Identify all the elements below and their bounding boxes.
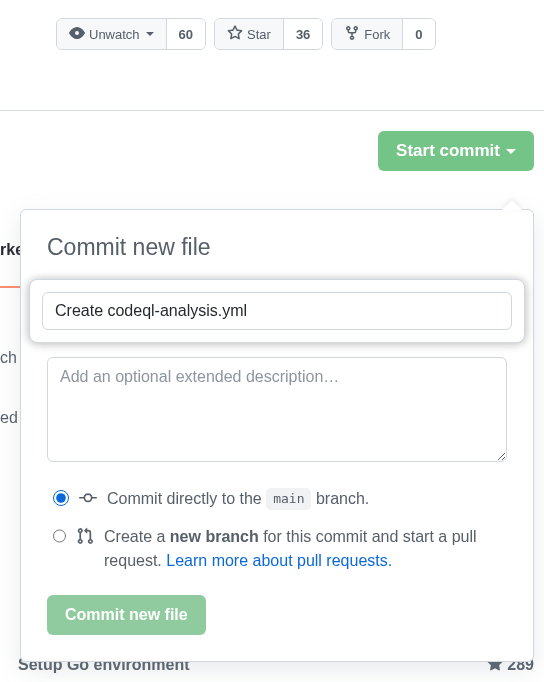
radio-direct-label: Commit directly to the main branch. (107, 487, 369, 511)
star-icon (227, 25, 243, 44)
star-count[interactable]: 36 (283, 19, 322, 49)
star-button[interactable]: Star (215, 19, 283, 49)
commit-file-button[interactable]: Commit new file (47, 595, 206, 635)
popover-arrow (502, 200, 522, 210)
learn-more-link[interactable]: Learn more about pull requests. (166, 552, 392, 569)
eye-icon (69, 25, 85, 44)
fork-count[interactable]: 0 (402, 19, 434, 49)
radio-new-branch-label: Create a new branch for this commit and … (104, 525, 507, 573)
watch-count[interactable]: 60 (166, 19, 205, 49)
radio-new-branch[interactable] (53, 528, 66, 544)
commit-description-textarea[interactable] (47, 357, 507, 462)
fork-group: Fork 0 (331, 18, 435, 50)
caret-down-icon (506, 149, 516, 154)
fork-label: Fork (364, 27, 390, 42)
git-commit-icon (79, 489, 97, 510)
commit-summary-input[interactable] (42, 292, 512, 330)
radio-direct[interactable] (53, 490, 69, 506)
popover-title: Commit new file (47, 234, 507, 261)
start-commit-label: Start commit (396, 141, 500, 161)
unwatch-label: Unwatch (89, 27, 140, 42)
fork-icon (344, 25, 360, 44)
summary-wrapper (29, 279, 525, 343)
commit-option-direct[interactable]: Commit directly to the main branch. (47, 487, 507, 511)
branch-tag: main (266, 488, 311, 510)
star-label: Star (247, 27, 271, 42)
star-group: Star 36 (214, 18, 323, 50)
git-pull-request-icon (76, 527, 94, 548)
commit-option-new-branch[interactable]: Create a new branch for this commit and … (47, 525, 507, 573)
watch-group: Unwatch 60 (56, 18, 206, 50)
fork-button[interactable]: Fork (332, 19, 402, 49)
caret-down-icon (146, 32, 154, 36)
unwatch-button[interactable]: Unwatch (57, 19, 166, 49)
start-commit-button[interactable]: Start commit (378, 131, 534, 171)
commit-popover: Commit new file Commit directly to the m… (20, 209, 534, 662)
